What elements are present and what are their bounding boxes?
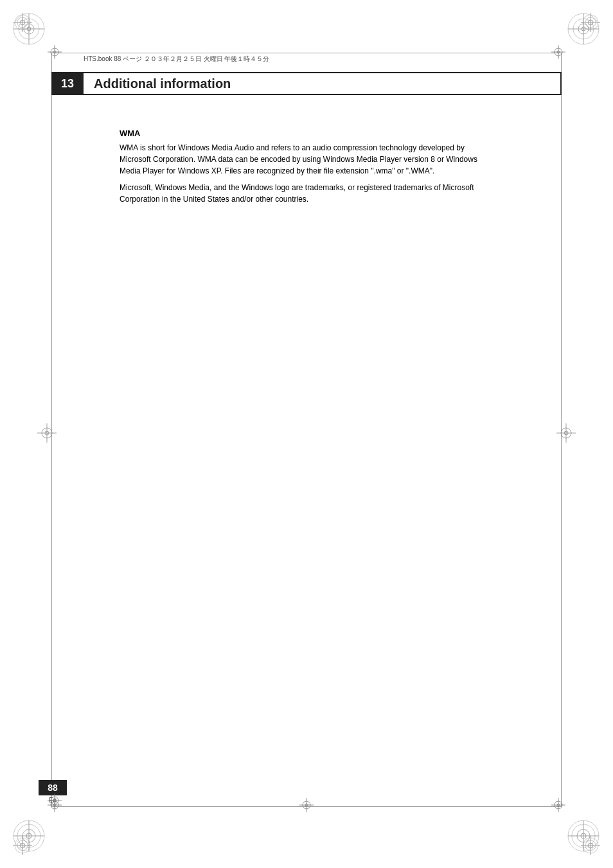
- section-body: WMA is short for Windows Media Audio and…: [120, 142, 493, 205]
- bottom-left-corner-circle: [12, 819, 47, 856]
- mid-left-crosshair: [37, 423, 57, 445]
- top-left-corner-circle: [12, 12, 47, 49]
- registration-text: HTS.book 88 ページ ２０３年２月２５日 火曜日 午後１時４５分: [84, 55, 269, 64]
- bottom-right-inner-crosshair: [551, 798, 565, 815]
- top-border-line: [51, 53, 562, 53]
- chapter-title: Additional information: [94, 76, 231, 91]
- chapter-header: 13 Additional information: [51, 71, 562, 96]
- bottom-right-corner-circle: [566, 819, 601, 856]
- top-left-inner-crosshair: [48, 45, 62, 62]
- content-area: WMA WMA is short for Windows Media Audio…: [120, 128, 493, 210]
- page: HTS.book 88 ページ ２０３年２月２５日 火曜日 午後１時４５分 13…: [0, 0, 613, 868]
- chapter-title-box: Additional information: [84, 72, 562, 95]
- top-right-corner-circle: [566, 12, 601, 49]
- bottom-center-inner-crosshair: [299, 798, 314, 815]
- paragraph-1: WMA is short for Windows Media Audio and…: [120, 142, 493, 177]
- bottom-page-left-crosshair: [48, 793, 62, 810]
- section-title: WMA: [120, 128, 493, 138]
- paragraph-2: Microsoft, Windows Media, and the Window…: [120, 182, 493, 205]
- top-right-inner-crosshair: [551, 45, 565, 62]
- mid-right-crosshair: [556, 423, 576, 445]
- chapter-number: 13: [51, 72, 84, 95]
